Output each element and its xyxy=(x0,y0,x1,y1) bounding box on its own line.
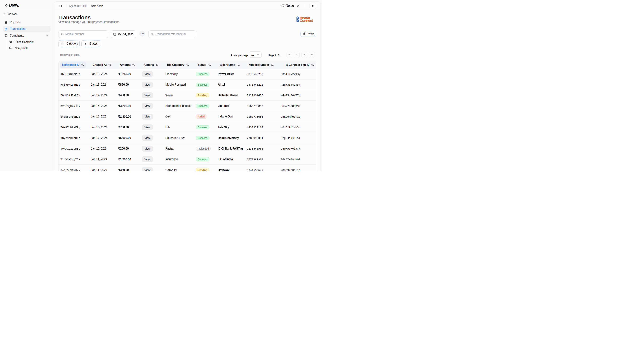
user-name-label: Sam Apple xyxy=(91,5,103,8)
cell-created-at: Jan 11, 2024 xyxy=(89,165,116,171)
column-header-reference-id[interactable]: Reference ID xyxy=(60,62,86,68)
table-body: J6kL7mN8oP9q Jan 15, 2024 ₹1,250.00 View… xyxy=(59,69,316,171)
view-columns-button[interactable]: View xyxy=(300,31,316,37)
table-row: J6kL7mN8oP9q Jan 15, 2024 ₹1,250.00 View… xyxy=(59,69,316,79)
plus-icon xyxy=(61,43,64,45)
row-view-button[interactable]: View xyxy=(142,167,153,171)
status-badge: Success xyxy=(196,83,209,87)
sidebar-item-transactions[interactable]: Transactions xyxy=(3,26,50,32)
cell-mobile-number: 1122334455 xyxy=(245,90,279,101)
cell-bconnect-txn-id: N4oP5qR6sT7u xyxy=(279,90,316,101)
cell-created-at: Jan 12, 2024 xyxy=(89,133,116,143)
date-picker-button[interactable]: Oct 31, 2025 xyxy=(111,30,136,38)
cell-bill-category: Education Fees xyxy=(164,133,194,143)
cell-amount: ₹1,200.00 xyxy=(116,154,140,165)
cell-amount: ₹350.00 xyxy=(116,165,140,171)
subnav-tree-line xyxy=(6,39,6,51)
row-view-button[interactable]: View xyxy=(142,124,153,130)
add-category-label: Category xyxy=(66,42,78,45)
first-page-button[interactable] xyxy=(286,52,292,58)
mobile-number-placeholder: Mobile number xyxy=(66,33,84,36)
cell-bconnect-txn-id: F2gH3iJ4kL5m xyxy=(279,133,316,143)
cell-mobile-number: 4433221100 xyxy=(245,122,279,133)
sidebar-item-complaints[interactable]: Complaints xyxy=(3,33,50,39)
page-subtitle: View and manage your bill payment transa… xyxy=(58,20,120,24)
row-view-button[interactable]: View xyxy=(142,82,153,88)
cell-biller-name: Hathway xyxy=(216,165,245,171)
sort-icon xyxy=(132,63,135,66)
column-header-bconnect-txn-id[interactable]: B-Connect Txn ID xyxy=(284,62,316,68)
total-rows-label: 10 row(s) in total. xyxy=(60,53,80,57)
cell-reference-id: H8iJ9kL0mN1o xyxy=(59,79,89,90)
row-view-button[interactable]: View xyxy=(142,146,153,152)
sidebar-toggle-button[interactable] xyxy=(59,5,62,8)
status-badge: Success xyxy=(196,72,209,76)
layout-dashboard-icon xyxy=(5,21,8,24)
sort-icon xyxy=(186,63,189,66)
prev-page-button[interactable] xyxy=(294,52,300,58)
cell-bconnect-txn-id: B6cD7eF8gH9i xyxy=(279,154,316,165)
theme-toggle-button[interactable] xyxy=(310,3,316,9)
cell-reference-id: J6kL7mN8oP9q xyxy=(59,69,89,79)
go-back-button[interactable]: Go back xyxy=(3,12,17,17)
column-header-mobile-number[interactable]: Mobile Number xyxy=(247,62,275,68)
table-row: T2uV3wX4yZ5a Jan 11, 2024 ₹1,200.00 View… xyxy=(59,154,316,165)
sidebar-item-raise-complaint[interactable]: Raise Complaint xyxy=(8,39,50,45)
circle-alert-icon xyxy=(5,34,8,37)
mobile-number-input[interactable]: Mobile number xyxy=(58,30,108,38)
date-value: Oct 31, 2025 xyxy=(118,33,134,36)
transaction-reference-input[interactable]: Transaction reference id xyxy=(148,30,196,38)
column-header-bill-category[interactable]: Bill Category xyxy=(166,62,191,68)
column-header-biller-name[interactable]: Biller Name xyxy=(218,62,241,68)
add-category-filter-button[interactable]: Category xyxy=(58,40,80,47)
sidebar-item-pay-bills[interactable]: Pay Bills xyxy=(3,20,50,25)
add-status-label: Status xyxy=(90,42,98,45)
cell-mobile-number: 6677889900 xyxy=(245,154,279,165)
sort-icon xyxy=(271,63,274,66)
row-view-button[interactable]: View xyxy=(142,103,153,109)
cell-bconnect-txn-id: D4eF5gH6iJ7k xyxy=(279,143,316,154)
table-row: X8yZ9aB0cD1e Jan 12, 2024 ₹5,000.00 View… xyxy=(59,133,316,143)
chevrons-left-icon xyxy=(288,53,291,56)
topbar-divider xyxy=(66,4,66,8)
plus-icon xyxy=(84,43,87,45)
gear-icon xyxy=(303,32,306,35)
row-view-button[interactable]: View xyxy=(142,135,153,141)
next-page-button[interactable] xyxy=(302,52,307,58)
row-view-button[interactable]: View xyxy=(142,92,153,98)
cell-bconnect-txn-id: H0iJ1kL2mN3o xyxy=(279,122,316,133)
cell-bconnect-txn-id: L6mN7oP8qR9s xyxy=(279,101,316,111)
cell-amount: ₹200.00 xyxy=(116,143,140,154)
cell-reference-id: F0gH1iJ2kL3m xyxy=(59,90,89,101)
column-header-amount[interactable]: Amount xyxy=(118,62,137,68)
search-icon xyxy=(61,33,64,36)
cell-bill-category: Water xyxy=(164,90,194,101)
chevron-down-icon xyxy=(257,53,259,56)
row-view-button[interactable]: View xyxy=(142,71,153,77)
status-badge: Failed xyxy=(196,115,207,119)
sidebar-item-complaints-list[interactable]: Complaints xyxy=(8,45,50,51)
column-header-created-at[interactable]: Created At xyxy=(91,62,113,68)
cell-biller-name: Airtel xyxy=(216,79,245,90)
last-page-button[interactable] xyxy=(309,52,315,58)
cell-bconnect-txn-id: P2qR3sT4uV5w xyxy=(279,79,316,90)
table-row: V0wX1yZ2aB3c Jan 12, 2024 ₹200.00 View F… xyxy=(59,143,316,154)
status-badge: Pending xyxy=(196,168,209,171)
cell-reference-id: V0wX1yZ2aB3c xyxy=(59,143,89,154)
cell-biller-name: LIC of India xyxy=(216,154,245,165)
refresh-balance-button[interactable] xyxy=(297,5,300,7)
view-columns-label: View xyxy=(308,32,314,35)
column-header-actions[interactable]: Actions xyxy=(142,62,160,68)
rows-per-page-select[interactable]: 10 xyxy=(249,52,262,58)
cell-bill-category: Cable Tv xyxy=(164,165,194,171)
column-header-status[interactable]: Status xyxy=(196,62,212,68)
status-badge: Refunded xyxy=(196,147,211,151)
table-row: Z6aB7cD8eF9g Jan 13, 2024 ₹750.00 View D… xyxy=(59,122,316,133)
add-status-filter-button[interactable]: Status xyxy=(82,40,101,47)
chevron-down-icon xyxy=(46,34,49,37)
row-view-button[interactable]: View xyxy=(142,156,153,162)
cell-created-at: Jan 12, 2024 xyxy=(89,143,116,154)
row-view-button[interactable]: View xyxy=(142,114,153,120)
cell-mobile-number: 5566778899 xyxy=(245,101,279,111)
chevron-left-icon xyxy=(296,53,298,56)
